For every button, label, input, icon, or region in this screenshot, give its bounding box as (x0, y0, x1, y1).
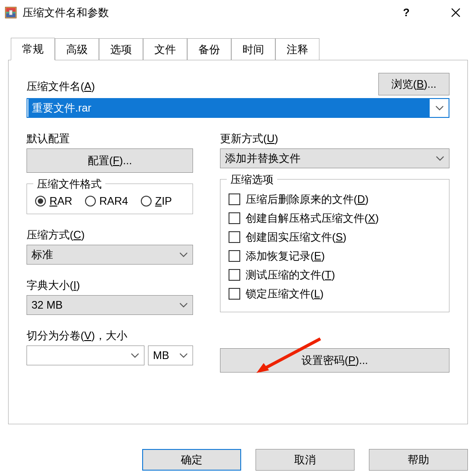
general-panel: 压缩文件名(A) 浏览(B)... 重要文件.rar 默认配置 配置(F)...… (8, 60, 468, 424)
option-recovery-record[interactable]: 添加恢复记录(E) (229, 249, 441, 263)
app-icon (4, 6, 17, 19)
browse-button[interactable]: 浏览(B)... (378, 73, 449, 95)
filename-combo[interactable]: 重要文件.rar (27, 98, 449, 118)
format-fieldset: 压缩文件格式 RAR RAR4 ZIP (27, 184, 193, 214)
options-fieldset: 压缩选项 压缩后删除原来的文件(D) 创建自解压格式压缩文件(X) 创建固实压缩… (220, 179, 449, 312)
dict-label: 字典大小(I) (27, 278, 193, 292)
chevron-down-icon (175, 346, 193, 364)
cancel-button[interactable]: 取消 (256, 449, 355, 471)
format-legend: 压缩文件格式 (33, 177, 105, 191)
checkbox-unchecked-icon (229, 212, 240, 224)
close-icon (451, 8, 461, 18)
set-password-button[interactable]: 设置密码(P)... (220, 348, 449, 373)
update-combo[interactable]: 添加并替换文件 (220, 148, 449, 168)
option-create-solid[interactable]: 创建固实压缩文件(S) (229, 230, 441, 244)
update-label: 更新方式(U) (220, 131, 449, 146)
titlebar: 压缩文件名和参数 ? (0, 0, 476, 25)
tab-advanced[interactable]: 高级 (55, 38, 99, 61)
tab-options[interactable]: 选项 (99, 38, 143, 61)
chevron-down-icon[interactable] (431, 99, 449, 117)
help-button[interactable]: ? (395, 5, 418, 20)
option-create-sfx[interactable]: 创建自解压格式压缩文件(X) (229, 211, 441, 225)
option-delete-after[interactable]: 压缩后删除原来的文件(D) (229, 192, 441, 207)
method-combo[interactable]: 标准 (27, 245, 193, 265)
checkbox-unchecked-icon (229, 250, 240, 262)
chevron-down-icon (431, 149, 449, 167)
radio-unchecked-icon (85, 196, 96, 207)
tab-backup[interactable]: 备份 (187, 38, 231, 61)
chevron-down-icon (175, 246, 193, 264)
format-radio-rar[interactable]: RAR (35, 195, 72, 207)
dict-combo[interactable]: 32 MB (27, 295, 193, 315)
split-unit-combo[interactable]: MB (148, 346, 193, 365)
tab-comment[interactable]: 注释 (275, 38, 319, 61)
method-label: 压缩方式(C) (27, 228, 193, 242)
option-test-archive[interactable]: 测试压缩的文件(T) (229, 268, 441, 282)
checkbox-unchecked-icon (229, 193, 240, 205)
close-button[interactable] (445, 5, 467, 20)
split-size-combo[interactable] (27, 346, 144, 365)
checkbox-unchecked-icon (229, 231, 240, 243)
format-radio-zip[interactable]: ZIP (141, 195, 172, 207)
help-footer-button[interactable]: 帮助 (369, 449, 468, 471)
dialog-footer: 确定 取消 帮助 (142, 449, 468, 471)
options-legend: 压缩选项 (227, 172, 277, 187)
tab-general[interactable]: 常规 (11, 38, 55, 60)
chevron-down-icon (126, 346, 144, 364)
tab-bar: 常规 高级 选项 文件 备份 时间 注释 (11, 38, 476, 60)
profiles-button[interactable]: 配置(F)... (27, 148, 193, 173)
checkbox-unchecked-icon (229, 288, 240, 300)
ok-button[interactable]: 确定 (142, 449, 241, 471)
tab-time[interactable]: 时间 (231, 38, 275, 61)
option-lock-archive[interactable]: 锁定压缩文件(L) (229, 287, 441, 301)
tab-files[interactable]: 文件 (143, 38, 187, 61)
radio-unchecked-icon (141, 196, 152, 207)
split-label: 切分为分卷(V)，大小 (27, 328, 193, 343)
filename-label: 压缩文件名(A) (27, 79, 378, 94)
svg-rect-4 (9, 10, 13, 15)
window-title: 压缩文件名和参数 (22, 5, 395, 20)
radio-checked-icon (35, 196, 46, 207)
checkbox-unchecked-icon (229, 269, 240, 281)
format-radio-rar4[interactable]: RAR4 (85, 195, 128, 207)
filename-value[interactable]: 重要文件.rar (28, 99, 430, 117)
chevron-down-icon (175, 296, 193, 314)
default-profile-label: 默认配置 (27, 131, 193, 146)
